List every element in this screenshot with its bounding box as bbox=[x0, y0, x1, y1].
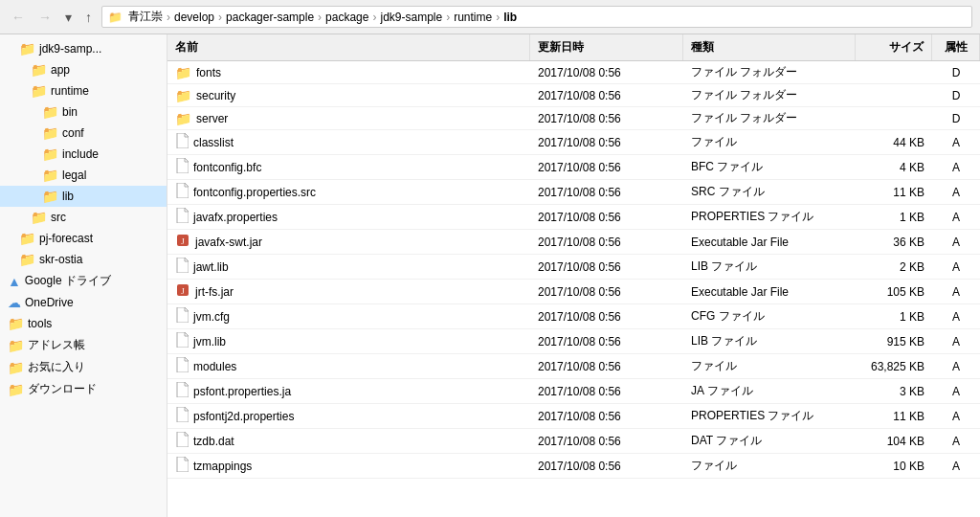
table-row[interactable]: javafx.properties2017/10/08 0:56PROPERTI… bbox=[167, 205, 980, 230]
sidebar-item-app[interactable]: 📁app bbox=[0, 59, 167, 80]
folder-icon: 📁 bbox=[8, 316, 24, 331]
breadcrumb-develop[interactable]: develop bbox=[174, 11, 214, 24]
file-size: 11 KB bbox=[856, 183, 932, 202]
folder-icon: 📁 bbox=[42, 125, 58, 141]
forward-button[interactable]: → bbox=[34, 8, 56, 27]
sidebar-item-include[interactable]: 📁include bbox=[0, 144, 167, 165]
table-row[interactable]: jawt.lib2017/10/08 0:56LIB ファイル2 KBA bbox=[167, 255, 980, 280]
table-row[interactable]: classlist2017/10/08 0:56ファイル44 KBA bbox=[167, 130, 980, 155]
sidebar-item-lib[interactable]: 📁lib bbox=[0, 186, 167, 207]
file-icon bbox=[175, 258, 189, 276]
file-attr: A bbox=[932, 282, 980, 302]
folder-icon: 📁 bbox=[19, 231, 35, 246]
file-attr: A bbox=[932, 382, 980, 401]
file-name-text: modules bbox=[193, 360, 236, 373]
sidebar-item-pj-forecast[interactable]: 📁pj-forecast bbox=[0, 228, 167, 249]
sidebar-item-jdk9-samp[interactable]: 📁jdk9-samp... bbox=[0, 38, 167, 59]
file-name-cell: psfontj2d.properties bbox=[167, 404, 530, 428]
file-type: SRC ファイル bbox=[683, 181, 856, 203]
breadcrumb-package[interactable]: package bbox=[325, 11, 368, 24]
table-row[interactable]: jvm.cfg2017/10/08 0:56CFG ファイル1 KBA bbox=[167, 304, 980, 329]
file-name-cell: jvm.cfg bbox=[167, 304, 530, 328]
folder-icon: 📁 bbox=[8, 338, 24, 353]
table-row[interactable]: tzmappings2017/10/08 0:56ファイル10 KBA bbox=[167, 454, 980, 479]
file-name-text: jrt-fs.jar bbox=[195, 285, 234, 299]
table-row[interactable]: tzdb.dat2017/10/08 0:56DAT ファイル104 KBA bbox=[167, 429, 980, 454]
folder-icon: 📁 bbox=[175, 88, 191, 103]
table-row[interactable]: modules2017/10/08 0:56ファイル63,825 KBA bbox=[167, 354, 980, 379]
file-type: DAT ファイル bbox=[683, 430, 856, 452]
file-name-text: psfontj2d.properties bbox=[193, 410, 294, 423]
recent-button[interactable]: ▾ bbox=[61, 8, 76, 27]
file-name-cell: 📁fonts bbox=[167, 62, 530, 83]
sidebar-item-label: runtime bbox=[51, 84, 89, 98]
header-type: 種類 bbox=[683, 34, 856, 60]
sidebar-item-legal[interactable]: 📁legal bbox=[0, 165, 167, 186]
folder-icon: 📁 bbox=[175, 111, 191, 126]
table-row[interactable]: Jjavafx-swt.jar2017/10/08 0:56Executable… bbox=[167, 230, 980, 255]
sidebar-item-onedrive[interactable]: ☁OneDrive bbox=[0, 292, 167, 313]
file-type: ファイル bbox=[683, 455, 856, 477]
file-size: 11 KB bbox=[856, 407, 932, 426]
file-type: Executable Jar File bbox=[683, 233, 856, 252]
table-row[interactable]: 📁security2017/10/08 0:56ファイル フォルダーD bbox=[167, 84, 980, 107]
file-icon bbox=[175, 332, 189, 350]
up-button[interactable]: ↑ bbox=[81, 8, 96, 27]
sidebar-item-src[interactable]: 📁src bbox=[0, 207, 167, 228]
file-attr: D bbox=[932, 86, 980, 105]
file-size: 36 KB bbox=[856, 233, 932, 252]
breadcrumb-jdk9-sample[interactable]: jdk9-sample bbox=[380, 11, 442, 24]
file-name-cell: tzdb.dat bbox=[167, 429, 530, 453]
file-date: 2017/10/08 0:56 bbox=[530, 133, 683, 152]
file-type: ファイル フォルダー bbox=[683, 107, 856, 129]
sidebar-item-label: lib bbox=[62, 190, 74, 203]
breadcrumb-lib[interactable]: lib bbox=[503, 11, 517, 24]
file-icon bbox=[175, 382, 189, 400]
file-list-header: 名前 更新日時 種類 サイズ 属性 bbox=[167, 34, 980, 61]
sidebar-item-bin[interactable]: 📁bin bbox=[0, 101, 167, 123]
sidebar-item-label: app bbox=[51, 63, 70, 77]
table-row[interactable]: jvm.lib2017/10/08 0:56LIB ファイル915 KBA bbox=[167, 329, 980, 354]
folder-icon: 📁 bbox=[8, 382, 24, 397]
table-row[interactable]: 📁fonts2017/10/08 0:56ファイル フォルダーD bbox=[167, 61, 980, 84]
table-row[interactable]: fontconfig.properties.src2017/10/08 0:56… bbox=[167, 180, 980, 205]
sidebar-item-google-drive[interactable]: ▲Google ドライブ bbox=[0, 270, 167, 292]
file-attr: A bbox=[932, 407, 980, 426]
table-row[interactable]: 📁server2017/10/08 0:56ファイル フォルダーD bbox=[167, 107, 980, 130]
back-button[interactable]: ← bbox=[8, 8, 29, 27]
sidebar-item-label: OneDrive bbox=[25, 296, 74, 309]
sidebar-item-favorites[interactable]: 📁お気に入り bbox=[0, 356, 167, 378]
header-date: 更新日時 bbox=[530, 34, 683, 60]
file-date: 2017/10/08 0:56 bbox=[530, 183, 683, 202]
file-name-text: javafx.properties bbox=[193, 211, 278, 224]
file-date: 2017/10/08 0:56 bbox=[530, 457, 683, 476]
folder-icon: 📁 bbox=[175, 65, 191, 80]
sidebar-item-label: src bbox=[51, 211, 66, 224]
sidebar-item-label: include bbox=[62, 147, 99, 161]
header-attr: 属性 bbox=[932, 34, 980, 60]
folder-icon: 📁 bbox=[42, 189, 58, 204]
sidebar-item-address-book[interactable]: 📁アドレス帳 bbox=[0, 334, 167, 356]
table-row[interactable]: fontconfig.bfc2017/10/08 0:56BFC ファイル4 K… bbox=[167, 155, 980, 180]
file-name-text: jawt.lib bbox=[193, 260, 229, 274]
file-attr: D bbox=[932, 109, 980, 128]
file-size bbox=[856, 70, 932, 76]
file-name-cell: Jjrt-fs.jar bbox=[167, 280, 530, 303]
sidebar-item-label: jdk9-samp... bbox=[39, 42, 101, 56]
folder-icon: 📁 bbox=[19, 252, 35, 267]
breadcrumb-aoe[interactable]: 青江崇 bbox=[128, 9, 163, 25]
file-icon bbox=[175, 158, 189, 176]
table-row[interactable]: psfont.properties.ja2017/10/08 0:56JA ファ… bbox=[167, 379, 980, 404]
svg-text:J: J bbox=[181, 236, 185, 246]
sidebar-item-conf[interactable]: 📁conf bbox=[0, 123, 167, 144]
table-row[interactable]: psfontj2d.properties2017/10/08 0:56PROPE… bbox=[167, 404, 980, 429]
table-row[interactable]: Jjrt-fs.jar2017/10/08 0:56Executable Jar… bbox=[167, 280, 980, 304]
file-attr: A bbox=[932, 233, 980, 252]
sidebar-item-downloads[interactable]: 📁ダウンロード bbox=[0, 378, 167, 400]
sidebar-item-tools[interactable]: 📁tools bbox=[0, 313, 167, 334]
sidebar-item-skr-ostia[interactable]: 📁skr-ostia bbox=[0, 249, 167, 270]
sidebar-item-label: skr-ostia bbox=[39, 253, 82, 266]
breadcrumb-packager-sample[interactable]: packager-sample bbox=[226, 11, 314, 24]
breadcrumb-runtime[interactable]: runtime bbox=[454, 11, 492, 24]
sidebar-item-runtime[interactable]: 📁runtime bbox=[0, 80, 167, 101]
